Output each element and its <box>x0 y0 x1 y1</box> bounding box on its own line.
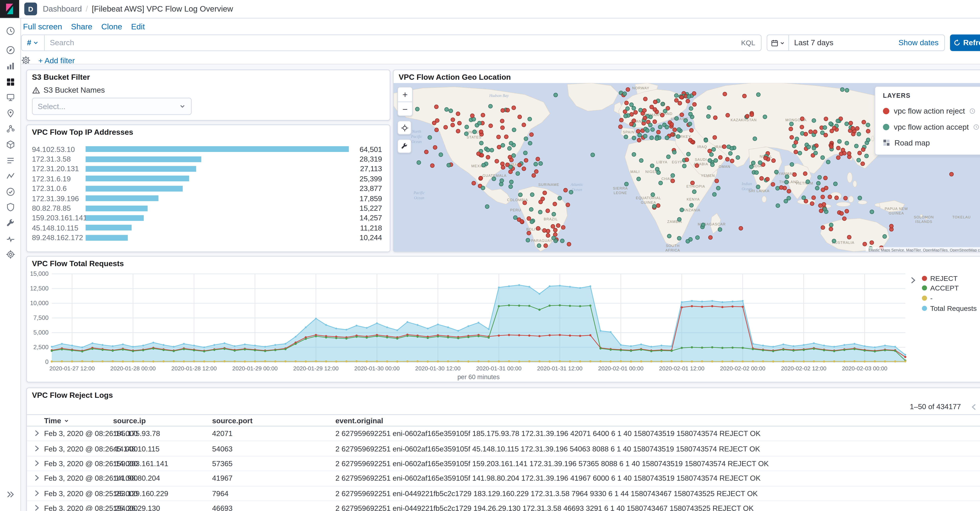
main-content: Full screen Share Clone Edit # KQL <box>21 19 980 511</box>
visualize-icon[interactable] <box>2 58 19 74</box>
query-language-button[interactable]: KQL <box>741 39 761 47</box>
svg-text:Atlantic: Atlantic <box>570 182 583 187</box>
saved-query-menu-button[interactable]: # <box>22 35 45 50</box>
expand-row-button[interactable] <box>32 489 41 498</box>
column-header-source-port[interactable]: source.port <box>212 417 336 424</box>
bar[interactable] <box>86 195 159 201</box>
zoom-in-button[interactable]: + <box>398 87 412 102</box>
bar[interactable] <box>86 235 127 241</box>
svg-text:SAUDI: SAUDI <box>695 157 707 162</box>
previous-page-icon[interactable] <box>967 400 980 413</box>
svg-text:BRAZIL: BRAZIL <box>544 217 558 221</box>
expand-row-button[interactable] <box>32 459 41 468</box>
quick-select-button[interactable] <box>767 35 789 50</box>
search-input[interactable] <box>45 35 741 50</box>
time-range-value[interactable]: Last 7 days <box>789 38 899 48</box>
stack-monitoring-icon[interactable] <box>2 231 19 247</box>
bar-category-label: 80.82.78.85 <box>32 204 86 212</box>
expand-row-button[interactable] <box>32 474 41 483</box>
map-attribution: Elastic Maps Service, MapTiler, OpenMapT… <box>866 247 980 252</box>
bar-row: 159.203.161.141 14,257 <box>32 213 382 223</box>
svg-text:2,500: 2,500 <box>33 344 48 351</box>
recently-viewed-icon[interactable] <box>2 23 19 38</box>
breadcrumb-dashboard[interactable]: Dashboard <box>43 5 82 14</box>
column-header-event-original[interactable]: event.original <box>336 417 980 424</box>
share-link[interactable]: Share <box>71 22 92 31</box>
bar-row: 172.31.0.6 23,877 <box>32 184 382 193</box>
column-header-time[interactable]: Time <box>44 417 113 424</box>
clone-link[interactable]: Clone <box>101 22 122 31</box>
bar-category-label: 172.31.3.58 <box>32 155 86 163</box>
kibana-logo[interactable] <box>0 0 19 18</box>
bar-category-label: 89.248.162.172 <box>32 234 86 241</box>
bar[interactable] <box>86 225 132 230</box>
layer-item[interactable]: vpc flow action reject <box>875 103 980 119</box>
zoom-out-button[interactable]: − <box>398 102 412 116</box>
map-tools-button[interactable] <box>397 139 411 153</box>
pagination: 1–50 of 434177 <box>27 401 980 413</box>
cell-source-port: 46693 <box>212 505 336 511</box>
bar[interactable] <box>86 215 144 221</box>
cell-source-ip: 141.98.80.204 <box>113 474 212 482</box>
expand-row-button[interactable] <box>32 444 41 453</box>
dashboard-menu: Full screen Share Clone Edit <box>21 19 980 31</box>
legend-item[interactable]: ACCEPT 253 <box>922 283 980 293</box>
bar-row: 172.31.3.58 28,319 <box>32 154 382 164</box>
bar[interactable] <box>86 166 196 171</box>
apm-icon[interactable] <box>2 168 19 184</box>
layers-title: LAYERS <box>883 92 911 99</box>
bar-value: 27,113 <box>349 165 382 173</box>
logs-icon[interactable] <box>2 152 19 168</box>
machine-learning-icon[interactable] <box>2 121 19 137</box>
legend-item[interactable]: - 110 <box>922 293 980 303</box>
siem-icon[interactable] <box>2 200 19 215</box>
svg-text:2020-02-02 00:00: 2020-02-02 00:00 <box>720 365 765 371</box>
bar[interactable] <box>86 156 201 162</box>
collapse-legend-icon[interactable] <box>908 276 918 285</box>
bar[interactable] <box>86 176 189 182</box>
add-filter-button[interactable]: + Add filter <box>38 56 75 65</box>
refresh-button[interactable]: Refresh <box>950 35 980 51</box>
pagination-range: 1–50 of 434177 <box>910 403 961 411</box>
layer-item[interactable]: vpc flow action accept <box>875 119 980 135</box>
expand-row-button[interactable] <box>32 504 41 511</box>
s3-bucket-select[interactable]: Select... <box>32 98 192 115</box>
expand-row-button[interactable] <box>32 429 41 438</box>
discover-icon[interactable] <box>2 43 19 58</box>
map-controls: + − <box>397 87 412 153</box>
column-header-source-ip[interactable]: source.ip <box>113 417 212 424</box>
svg-text:15,000: 15,000 <box>30 271 48 277</box>
bar[interactable] <box>86 186 183 191</box>
legend-item[interactable]: Total Requests 1,226 <box>922 303 980 313</box>
total-requests-chart[interactable]: 02,5005,0007,50010,00012,50015,0002020-0… <box>30 271 920 382</box>
bar-category-label: 94.102.53.10 <box>32 145 86 153</box>
cell-time: Feb 3, 2020 @ 08:26:14.000 <box>44 460 113 467</box>
bar[interactable] <box>86 146 349 152</box>
space-badge[interactable]: D <box>24 3 37 15</box>
canvas-icon[interactable] <box>2 90 19 105</box>
legend-item[interactable]: REJECT 863 <box>922 273 980 283</box>
maps-icon[interactable] <box>2 105 19 121</box>
layer-item[interactable]: Road map <box>875 135 980 151</box>
full-screen-link[interactable]: Full screen <box>23 22 62 31</box>
svg-text:2020-01-30 12:00: 2020-01-30 12:00 <box>415 365 461 371</box>
metrics-icon[interactable] <box>2 137 19 152</box>
warning-icon <box>32 86 40 94</box>
expand-navigation-icon[interactable] <box>2 487 19 502</box>
reject-logs-panel: VPC Flow Reject Logs 1–50 of 434177 Time <box>26 387 980 511</box>
bar[interactable] <box>86 205 148 211</box>
uptime-icon[interactable] <box>2 184 19 200</box>
cell-source-ip: 45.148.10.115 <box>113 445 212 452</box>
show-dates-button[interactable]: Show dates <box>899 38 944 48</box>
dashboard-icon[interactable] <box>2 74 19 89</box>
management-icon[interactable] <box>2 247 19 262</box>
svg-text:GUINEA: GUINEA <box>889 211 904 215</box>
legend-color-dot <box>922 306 927 311</box>
cell-time: Feb 3, 2020 @ 08:25:25.000 <box>44 489 113 497</box>
svg-text:Ocean: Ocean <box>572 187 582 192</box>
dev-tools-icon[interactable] <box>2 215 19 231</box>
fit-to-data-button[interactable] <box>397 121 411 135</box>
cell-source-ip: 194.26.29.130 <box>113 505 212 511</box>
edit-link[interactable]: Edit <box>131 22 145 31</box>
svg-text:2020-01-28 12:00: 2020-01-28 12:00 <box>171 365 217 371</box>
